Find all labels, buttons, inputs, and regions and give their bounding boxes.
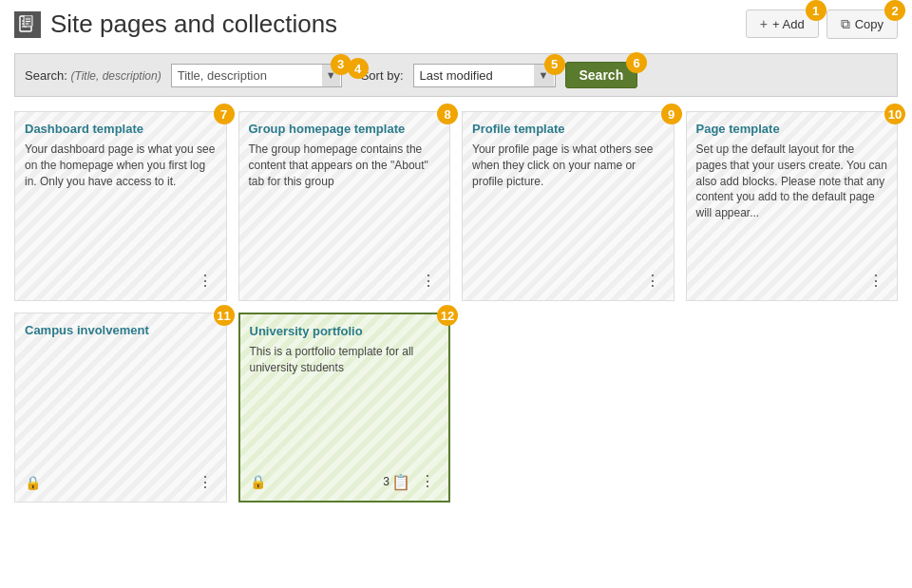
card-wrapper: 10Page templateSet up the default layout… [686,111,899,301]
search-hint: (Title, description) [70,69,161,83]
more-options-icon[interactable]: ⋮ [194,272,217,291]
more-options-icon[interactable]: ⋮ [864,272,887,291]
search-input-wrapper: 3 4 ▼ [171,64,342,87]
collection-icon: 📋 [391,473,410,491]
copy-button-wrapper: 2 ⧉ Copy [826,9,898,39]
card-title[interactable]: University portfolio [250,324,440,338]
search-label: Search: (Title, description) [25,68,162,83]
card: Group homepage templateThe group homepag… [238,111,451,301]
card-badge: 9 [661,104,682,124]
card-footer: ⋮ [25,268,217,291]
card-description: Your dashboard page is what you see on t… [25,142,217,260]
sortby-badge: 5 [544,54,565,75]
copy-badge: 2 [884,0,905,21]
search-button-wrapper: Search 6 [565,62,638,88]
search-button-badge: 6 [626,52,647,73]
search-field-wrapper: 4 ▼ [171,64,342,87]
card-footer-right: ⋮ [194,473,217,492]
copy-label: Copy [855,17,884,31]
card-description: Set up the default layout for the pages … [696,142,888,260]
add-icon: + [760,16,768,31]
card-wrapper: 11Campus involvement🔒⋮ [14,313,227,503]
lock-icon: 🔒 [25,475,41,490]
more-options-icon[interactable]: ⋮ [416,472,439,491]
page-container: Site pages and collections 1 + + Add 2 ⧉… [0,0,912,588]
card-footer-left: 🔒 [25,475,41,490]
sortby-select[interactable]: Last modified Title Date created [413,64,556,87]
card-footer-right: ⋮ [194,272,217,291]
card-footer-right: ⋮ [641,272,664,291]
card: Page templateSet up the default layout f… [686,111,899,301]
sortby-wrapper: 5 Last modified Title Date created ▼ [413,64,556,87]
page-title: Site pages and collections [50,9,337,39]
card-title[interactable]: Dashboard template [25,122,217,136]
toolbar: Search: (Title, description) 3 4 ▼ Sort … [14,53,898,97]
lock-icon: 🔒 [250,474,266,489]
card-wrapper: 12University portfolioThis is a portfoli… [238,313,451,503]
header-buttons: 1 + + Add 2 ⧉ Copy [746,9,898,39]
card-title[interactable]: Group homepage template [249,122,441,136]
card: University portfolioThis is a portfolio … [238,313,451,503]
card-footer: 🔒⋮ [25,469,217,492]
dropdown-arrow-badge: 4 [348,58,369,79]
more-options-icon[interactable]: ⋮ [417,272,440,291]
card-badge: 7 [214,104,235,124]
card-wrapper: 9Profile templateYour profile page is wh… [462,111,674,301]
card: Dashboard templateYour dashboard page is… [14,111,227,301]
card-title[interactable]: Profile template [472,122,664,136]
card-badge: 11 [214,305,235,326]
add-badge: 1 [806,0,826,21]
sortby-select-wrapper: Last modified Title Date created ▼ [413,64,556,87]
card-footer: 🔒3📋⋮ [250,468,440,491]
card-badge: 8 [437,104,458,124]
card-footer-right: ⋮ [417,272,440,291]
card-description: The group homepage contains the content … [249,142,441,260]
card-wrapper: 8Group homepage templateThe group homepa… [238,111,451,301]
card-footer: ⋮ [696,268,888,291]
card-footer-right: ⋮ [864,272,887,291]
card-footer-right: 3📋⋮ [383,472,439,491]
more-options-icon[interactable]: ⋮ [194,473,217,492]
add-label: + Add [772,17,805,31]
page-title-area: Site pages and collections [14,9,337,39]
add-button-wrapper: 1 + + Add [746,9,819,38]
card-badge: 10 [884,104,905,124]
collection-count: 3📋 [383,473,410,491]
card-footer-left: 🔒 [250,474,266,489]
card: Profile templateYour profile page is wha… [462,111,674,301]
more-options-icon[interactable]: ⋮ [641,272,664,291]
page-icon [14,11,41,38]
card-title[interactable]: Campus involvement [25,323,217,337]
card-description: Your profile page is what others see whe… [472,142,664,260]
card-badge: 12 [437,305,458,326]
card-description: This is a portfolio template for all uni… [250,344,440,461]
card-wrapper: 7Dashboard templateYour dashboard page i… [14,111,227,301]
search-input[interactable] [171,64,342,87]
cards-grid: 7Dashboard templateYour dashboard page i… [14,111,898,503]
copy-icon: ⧉ [841,16,850,32]
card-title[interactable]: Page template [696,122,888,136]
card-footer: ⋮ [472,268,664,291]
page-header: Site pages and collections 1 + + Add 2 ⧉… [14,9,898,44]
card: Campus involvement🔒⋮ [14,313,227,503]
card-footer: ⋮ [249,268,441,291]
